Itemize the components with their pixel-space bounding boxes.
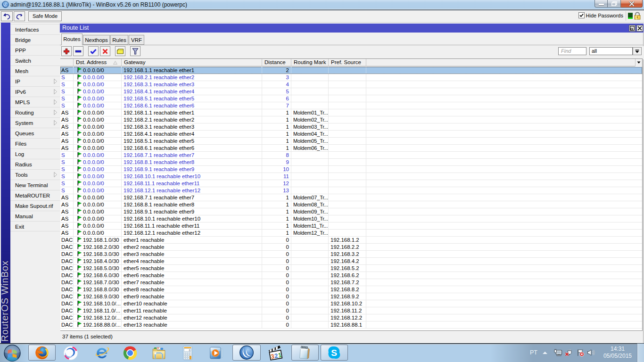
svg-text:S: S — [331, 348, 337, 358]
svg-text:0: 0 — [189, 349, 190, 352]
